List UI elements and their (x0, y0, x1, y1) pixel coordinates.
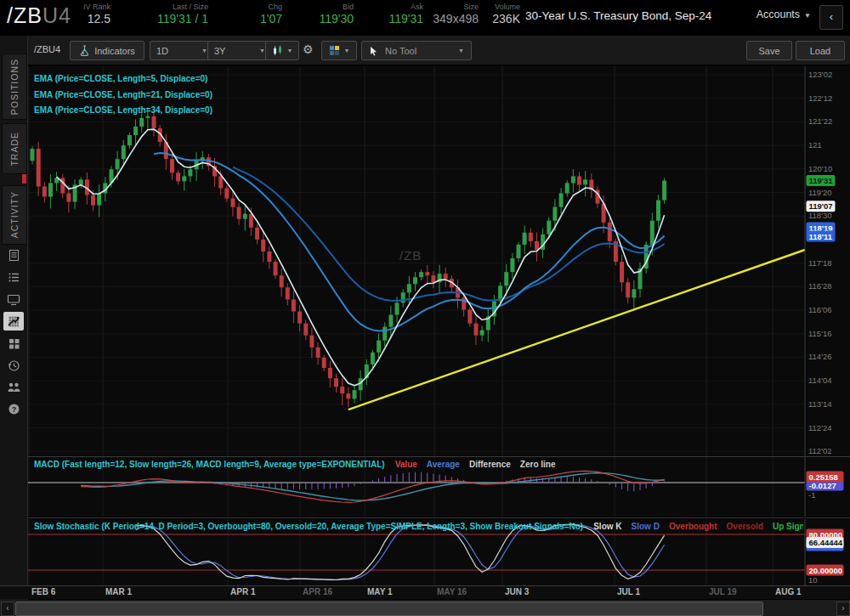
macd-legend: MACD (Fast length=12, Slow length=26, MA… (34, 460, 799, 469)
svg-text:0.25158: 0.25158 (809, 472, 838, 482)
time-axis: FEB 6MAR 1APR 1APR 16MAY 1MAY 16JUN 3JUL… (0, 586, 850, 599)
time-axis-label: JUL 19 (709, 587, 737, 596)
time-axis-label: JUL 1 (617, 587, 640, 596)
stochastic-legend: Slow Stochastic (K Period=14, D Period=3… (34, 522, 803, 531)
time-axis-label: APR 16 (303, 587, 332, 596)
toolbar-symbol: /ZBU4 (34, 44, 60, 54)
panel-divider (28, 517, 850, 518)
chart-icon[interactable] (3, 312, 24, 331)
apps-icon[interactable] (3, 334, 24, 353)
layout-grid-icon (329, 45, 340, 56)
chevron-down-icon: ▼ (287, 48, 293, 54)
drawing-tool-dropdown[interactable]: No Tool ▼ (361, 41, 472, 60)
price-axis-label: 122'12 (808, 93, 832, 103)
price-axis-label: 119'20 (808, 188, 832, 197)
trade-alert-badge (22, 174, 26, 184)
timeframe-dropdown[interactable]: 1D▼ (150, 41, 214, 60)
svg-text:?: ? (11, 404, 16, 413)
news-icon[interactable] (3, 246, 24, 264)
range-dropdown[interactable]: 3Y▼ (207, 41, 272, 60)
time-axis-label: MAY 16 (437, 587, 467, 596)
price-axis-label: 120'10 (808, 164, 832, 173)
gear-icon[interactable]: ⚙ (303, 42, 314, 56)
trading-app: /ZBU4 IV Rank12.5 Last / Size119'31 / 1 … (0, 0, 850, 616)
sidebar-tab-positions[interactable]: POSITIONS (2, 54, 27, 120)
price-axis-label: 117'18 (808, 258, 832, 268)
legend-item: Value (395, 460, 417, 469)
price-axis-label: 123'02 (808, 70, 832, 79)
collapse-panel-button[interactable]: ‹ (819, 5, 843, 30)
legend-item: Slow K (593, 522, 621, 531)
legend-item: Oversold (727, 522, 763, 531)
chevron-down-icon: ▼ (344, 48, 350, 54)
price-axis-label: 121'22 (808, 116, 832, 126)
field-chg: Chg1'07 (230, 3, 282, 25)
help-icon[interactable]: ? (3, 399, 24, 418)
price-axis-label: 112'02 (808, 446, 832, 455)
axis-bubble: 66.44444 (807, 537, 844, 548)
ema-study-label: EMA (Price=CLOSE, Length=5, Displace=0) (34, 71, 212, 88)
ema-study-label: EMA (Price=CLOSE, Length=34, Displace=0) (34, 103, 212, 119)
field-volume: Volume236K (483, 3, 520, 25)
monitor-icon[interactable] (3, 290, 24, 308)
svg-text:20.00000: 20.00000 (809, 566, 843, 575)
svg-text:119'31: 119'31 (809, 176, 834, 185)
chevron-down-icon: ▼ (804, 12, 811, 20)
price-axis-label: 116'28 (808, 281, 832, 291)
price-axis-label: 118'30 (808, 211, 832, 220)
svg-text:66.44444: 66.44444 (809, 538, 843, 547)
load-button[interactable]: Load (796, 41, 845, 60)
chevron-down-icon: ▼ (458, 48, 464, 54)
sidebar-tab-activity[interactable]: ACTIVITY (2, 185, 27, 245)
study-labels: EMA (Price=CLOSE, Length=5, Displace=0)E… (34, 71, 212, 119)
community-icon[interactable] (3, 378, 24, 397)
macd-axis-label: -1 (808, 490, 815, 500)
field-iv-rank: IV Rank12.5 (60, 3, 110, 25)
axis-bubble: 119'07 (807, 201, 836, 212)
field-size: Size349x498 (429, 3, 479, 25)
chart-watermark: /ZB (400, 248, 422, 263)
history-icon[interactable] (3, 356, 24, 375)
price-chart[interactable]: /ZB123'02122'12121'22121120'10119'20118'… (28, 66, 850, 457)
field-ask: Ask119'31 (367, 3, 423, 25)
macd-value-line (81, 471, 664, 502)
chart-type-dropdown[interactable]: ▼ (265, 41, 299, 60)
header: /ZBU4 IV Rank12.5 Last / Size119'31 / 1 … (0, 0, 850, 34)
scrollbar-thumb[interactable] (15, 602, 763, 616)
time-axis-label: APR 1 (230, 587, 255, 596)
time-axis-label: AUG 1 (775, 587, 802, 596)
chevron-down-icon: ▼ (259, 48, 265, 54)
beaker-icon (79, 45, 90, 56)
time-axis-label: FEB 6 (31, 587, 55, 596)
legend-item: Average (427, 460, 460, 469)
legend-item: Overbought (669, 522, 717, 531)
svg-text:119'07: 119'07 (809, 201, 833, 211)
price-axis-label: 112'24 (808, 423, 832, 432)
instrument-name: 30-Year U.S. Treasury Bond, Sep-24 (525, 9, 711, 22)
trendline[interactable] (348, 250, 805, 410)
time-axis-label: MAY 1 (367, 587, 392, 596)
time-axis-label: MAR 1 (105, 587, 132, 596)
svg-text:118'11: 118'11 (809, 232, 833, 241)
watchlist-icon[interactable] (3, 268, 24, 286)
layout-grid-dropdown[interactable]: ▼ (321, 41, 357, 60)
chart-type-candle-icon (272, 45, 283, 56)
accounts-menu[interactable]: Accounts▼ (756, 8, 811, 20)
legend-item: Slow D (632, 522, 660, 531)
scroll-left-button[interactable]: ‹ (1, 602, 14, 616)
slow-d-line (136, 525, 665, 580)
price-axis-label: 114'26 (808, 352, 832, 361)
price-axis-label: 121 (808, 140, 822, 150)
save-button[interactable]: Save (746, 41, 792, 60)
left-sidebar: POSITIONS TRADE ACTIVITY ? (0, 36, 28, 616)
scroll-right-button[interactable]: › (836, 602, 850, 616)
candlestick-series (31, 107, 667, 407)
price-axis-label: 116'06 (808, 305, 832, 314)
sidebar-tab-trade[interactable]: TRADE (2, 123, 27, 174)
field-last-size: Last / Size119'31 / 1 (128, 3, 208, 25)
legend-item: Difference (469, 460, 511, 469)
indicators-button[interactable]: Indicators (70, 41, 144, 60)
price-axis-label: 114'04 (808, 376, 832, 385)
axis-bubble: 119'31 (807, 175, 836, 186)
legend-item: Zero line (520, 460, 556, 469)
